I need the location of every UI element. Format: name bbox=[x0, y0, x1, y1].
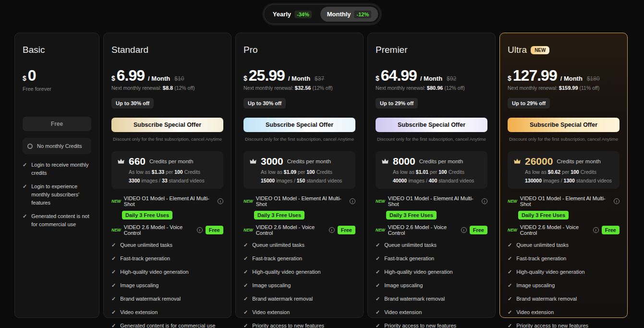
plan-card-ultra: Ultra NEW $ 127.99 / Month $180 Next mon… bbox=[499, 33, 628, 318]
feature-item: ✓ Video extension bbox=[243, 308, 355, 316]
feature-item: ✓ Brand watermark removal bbox=[243, 295, 355, 303]
subscribe-button[interactable]: Subscribe Special Offer bbox=[111, 118, 223, 132]
credits-output: 40000 images / 400 standard videos bbox=[393, 178, 482, 183]
feature-item: ✓ Generated content is not for commercia… bbox=[23, 212, 91, 229]
price-period: / Month bbox=[288, 75, 310, 82]
subscribe-button[interactable]: Subscribe Special Offer bbox=[376, 118, 487, 132]
free-badge: Free bbox=[338, 226, 355, 234]
credits-unit: Credits per month bbox=[287, 158, 331, 164]
check-icon: ✓ bbox=[23, 212, 27, 229]
info-icon[interactable]: i bbox=[218, 198, 223, 204]
monthly-discount-badge: -12% bbox=[354, 11, 372, 18]
check-icon: ✓ bbox=[508, 308, 512, 316]
check-icon: ✓ bbox=[111, 281, 116, 290]
check-icon: ✓ bbox=[243, 322, 248, 328]
price-amount: 25.99 bbox=[249, 68, 285, 83]
info-icon[interactable]: i bbox=[197, 227, 203, 233]
check-icon: ✓ bbox=[23, 161, 27, 177]
feature-text: Brand watermark removal bbox=[516, 295, 577, 303]
check-icon: ✓ bbox=[376, 308, 380, 316]
check-icon: ✓ bbox=[111, 241, 116, 249]
price-row: $ 0 bbox=[23, 68, 91, 83]
credits-box: 8000 Credits per month As low as $1.01 p… bbox=[376, 151, 487, 189]
check-icon: ✓ bbox=[508, 268, 512, 276]
daily-free-uses-badge: Daily 3 Free Uses bbox=[254, 211, 304, 219]
feature-item: ✓ Fast-track generation bbox=[376, 255, 487, 263]
feature-text: Queue unlimited tasks bbox=[252, 241, 304, 249]
new-tag: NEW bbox=[243, 199, 253, 204]
feature-item: ✓ Image upscaling bbox=[111, 281, 223, 290]
check-icon: ✓ bbox=[111, 268, 116, 276]
feature-text: Image upscaling bbox=[516, 281, 555, 290]
free-plan-button[interactable]: Free bbox=[23, 117, 91, 131]
info-icon[interactable]: i bbox=[593, 227, 599, 233]
check-icon: ✓ bbox=[243, 281, 248, 290]
credits-amount: 660 bbox=[129, 156, 146, 166]
feature-text: Image upscaling bbox=[384, 281, 423, 290]
info-icon[interactable]: i bbox=[350, 198, 355, 204]
feature-item: ✓ Queue unlimited tasks bbox=[508, 241, 620, 249]
renewal-note: Next monthly renewal: $8.8 (12% off) bbox=[111, 85, 223, 91]
info-icon[interactable]: i bbox=[614, 198, 620, 204]
plan-card-pro: Pro $ 25.99 / Month $37 Next monthly ren… bbox=[235, 33, 364, 318]
feature-item: ✓ Video extension bbox=[111, 308, 223, 316]
feature-item: ✓ High-quality video generation bbox=[376, 268, 487, 276]
feature-text: Priority access to new features bbox=[384, 322, 456, 328]
video-feature-row: NEW VIDEO 2.6 Model - Voice Control i Fr… bbox=[111, 224, 223, 236]
credits-output: 15000 images / 150 standard videos bbox=[261, 178, 350, 183]
feature-list: NEW VIDEO O1 Model - Element AI Multi-Sh… bbox=[376, 195, 487, 328]
yearly-label: Yearly bbox=[273, 11, 291, 18]
subscribe-button[interactable]: Subscribe Special Offer bbox=[508, 118, 620, 132]
credits-unit: Credits per month bbox=[557, 158, 600, 164]
video-feature-row: NEW VIDEO 2.6 Model - Voice Control i Fr… bbox=[243, 224, 355, 236]
no-credits-label: No monthly Credits bbox=[37, 143, 82, 149]
feature-item: ✓ Queue unlimited tasks bbox=[243, 241, 355, 249]
toggle-yearly[interactable]: Yearly -34% bbox=[266, 7, 318, 22]
check-icon: ✓ bbox=[376, 268, 380, 276]
credits-rate: As low as $1.09 per 100 Credits bbox=[261, 169, 350, 175]
plan-title: Premier bbox=[376, 45, 487, 55]
video-feature-text: VIDEO O1 Model - Element AI Multi-Shot bbox=[388, 195, 479, 207]
free-badge: Free bbox=[470, 226, 487, 234]
plan-title: Standard bbox=[111, 45, 223, 55]
credits-amount: 8000 bbox=[393, 156, 415, 166]
subscribe-button[interactable]: Subscribe Special Offer bbox=[243, 118, 355, 132]
feature-text: Queue unlimited tasks bbox=[516, 241, 569, 249]
currency-symbol: $ bbox=[243, 74, 247, 82]
plan-card-basic: Basic $ 0 Free forever Free No monthly C… bbox=[14, 33, 99, 318]
currency-symbol: $ bbox=[508, 74, 511, 82]
info-icon[interactable]: i bbox=[461, 227, 467, 233]
feature-text: Video extension bbox=[516, 308, 554, 316]
no-credits-box: No monthly Credits bbox=[23, 138, 91, 154]
feature-text: Fast-track generation bbox=[516, 255, 566, 263]
feature-item: ✓ Brand watermark removal bbox=[508, 295, 620, 303]
feature-item: ✓ Brand watermark removal bbox=[376, 295, 487, 303]
feature-item: ✓ Login to receive monthly credits bbox=[23, 161, 91, 177]
feature-text: Video extension bbox=[384, 308, 422, 316]
plan-card-standard: Standard $ 6.99 / Month $10 Next monthly… bbox=[103, 33, 231, 318]
feature-text: Video extension bbox=[120, 308, 158, 316]
feature-text: Login to receive monthly credits bbox=[31, 161, 91, 177]
price-row: $ 25.99 / Month $37 bbox=[243, 68, 355, 83]
circle-icon bbox=[27, 144, 33, 149]
info-icon[interactable]: i bbox=[329, 227, 335, 233]
currency-symbol: $ bbox=[23, 74, 26, 82]
info-icon[interactable]: i bbox=[482, 198, 487, 204]
discount-badge: Up to 30% off bbox=[243, 98, 286, 109]
credits-amount: 26000 bbox=[525, 156, 553, 166]
feature-item: ✓ Generated content is for commercial us… bbox=[111, 322, 223, 328]
feature-item: ✓ Priority access to new features bbox=[376, 322, 487, 328]
feature-text: High-quality video generation bbox=[252, 268, 320, 276]
renewal-note: Next monthly renewal: $80.96 (12% off) bbox=[376, 85, 487, 91]
toggle-monthly[interactable]: Monthly -12% bbox=[320, 7, 378, 22]
credits-rate: As low as $0.62 per 100 Credits bbox=[525, 169, 614, 175]
feature-list: NEW VIDEO O1 Model - Element AI Multi-Sh… bbox=[111, 195, 223, 328]
feature-item: ✓ High-quality video generation bbox=[243, 268, 355, 276]
check-icon: ✓ bbox=[508, 322, 512, 328]
plan-title: Ultra NEW bbox=[508, 45, 620, 55]
video-feature-text: VIDEO 2.6 Model - Voice Control bbox=[388, 224, 458, 236]
feature-item: ✓ Fast-track generation bbox=[111, 255, 223, 263]
feature-text: Fast-track generation bbox=[384, 255, 434, 263]
free-badge: Free bbox=[206, 226, 223, 234]
check-icon: ✓ bbox=[111, 308, 116, 316]
